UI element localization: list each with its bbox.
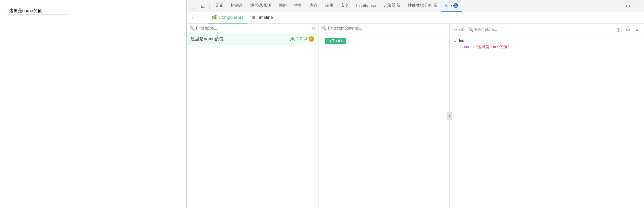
prop-name: name [460, 43, 470, 51]
tab-performance[interactable]: 性能 [291, 0, 306, 12]
components-search-bar: 🔍 [318, 24, 449, 33]
state-header: <Root> 🔍 ◫ <> ≡ [450, 24, 644, 36]
state-panel: <Root> 🔍 ◫ <> ≡ ▶ data [450, 24, 644, 208]
tab-timeline[interactable]: ⊞ Timeline [248, 12, 276, 24]
filter-search-bar: 🔍 [468, 27, 612, 32]
tab-perf-insights[interactable]: 性能数据分析 及 [405, 0, 441, 12]
apps-panel: 🔍 ↻ 这里是name的值 2.7.14 ! [187, 24, 318, 208]
filter-state-input[interactable] [475, 27, 525, 32]
name-input[interactable] [7, 7, 67, 14]
settings-state-icon[interactable]: ≡ [633, 26, 641, 34]
forward-button[interactable]: → [199, 14, 207, 22]
components-vue-icon: 🌿 [212, 15, 217, 20]
root-breadcrumb: <Root> [452, 27, 465, 32]
vue-version: 2.7.14 ! [290, 36, 314, 42]
toolbar-right-icons: ⚙ ⋮ [623, 1, 643, 11]
app-item-name: 这里是name的值 [191, 36, 290, 42]
expand-arrow-icon: ▶ [454, 39, 456, 43]
prop-colon: ： [471, 43, 475, 51]
filter-search-icon: 🔍 [468, 27, 473, 32]
root-component-tag[interactable]: <Root> [325, 38, 346, 44]
state-action-icons: ◫ <> ≡ [614, 26, 641, 34]
tab-lighthouse[interactable]: Lighthouse [353, 0, 379, 12]
back-button[interactable]: ← [189, 14, 197, 22]
timeline-icon: ⊞ [252, 15, 255, 20]
page-area [0, 0, 185, 208]
devtools-panel: ⬚ ⊡ 元素 控制台 源代码/来源 网络 性能 内存 应用 安全 Lightho… [186, 0, 644, 208]
tab-sources[interactable]: 源代码/来源 [247, 0, 275, 12]
data-section: ▶ data name ： "这里是name的值" [454, 39, 640, 51]
tab-memory[interactable]: 内存 [306, 0, 321, 12]
code-icon[interactable]: <> [624, 26, 632, 34]
more-icon[interactable]: ⋮ [633, 1, 643, 11]
data-section-header[interactable]: ▶ data [454, 39, 640, 43]
devtools-nav: ← → 🌿 Components ⊞ Timeline [187, 12, 644, 24]
apps-search-input[interactable] [196, 26, 310, 31]
tab-elements[interactable]: 元素 [212, 0, 227, 12]
settings-icon[interactable]: ⚙ [623, 1, 633, 11]
panel-collapse-handle[interactable]: ‹ [447, 112, 452, 120]
prop-value: "这里是name的值" [476, 43, 509, 51]
data-section-label: data [458, 39, 465, 43]
components-search-icon: 🔍 [321, 26, 327, 31]
device-icon[interactable]: ⊡ [198, 1, 207, 11]
tab-console[interactable]: 控制台 [227, 0, 246, 12]
warning-icon: ! [309, 36, 314, 42]
state-content: ▶ data name ： "这里是name的值" [450, 36, 644, 55]
app-list-item[interactable]: 这里是name的值 2.7.14 ! [187, 33, 318, 45]
devtools-content: 🔍 ↻ 这里是name的值 2.7.14 ! 🔍 [187, 24, 644, 208]
vue-logo-icon [290, 37, 295, 41]
tab-application[interactable]: 应用 [322, 0, 337, 12]
apps-search-bar: 🔍 ↻ [187, 24, 318, 33]
data-properties: name ： "这里是name的值" [454, 43, 640, 51]
vue-badge: 1 [453, 3, 459, 8]
data-property-row: name ： "这里是name的值" [460, 43, 640, 51]
devtools-toolbar: ⬚ ⊡ 元素 控制台 源代码/来源 网络 性能 内存 应用 安全 Lightho… [187, 0, 644, 12]
tab-security[interactable]: 安全 [337, 0, 352, 12]
inspect-icon[interactable]: ⬚ [188, 1, 197, 11]
refresh-button[interactable]: ↻ [311, 26, 315, 31]
tab-recorder[interactable]: 记录器 及 [380, 0, 404, 12]
tab-vue[interactable]: Vue 1 [442, 0, 462, 12]
apps-search-icon: 🔍 [189, 26, 195, 31]
screenshot-icon[interactable]: ◫ [614, 26, 622, 34]
components-panel: 🔍 <Root> ‹ [318, 24, 450, 208]
components-search-input[interactable] [328, 26, 447, 31]
tab-network[interactable]: 网络 [275, 0, 290, 12]
toolbar-separator [210, 3, 210, 9]
tab-components[interactable]: 🌿 Components [208, 12, 247, 24]
